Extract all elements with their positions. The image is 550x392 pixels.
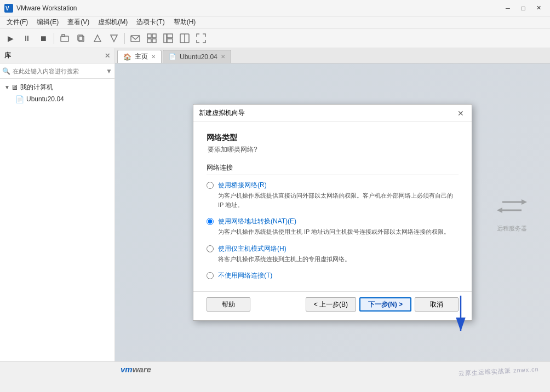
menu-bar: 文件(F) 编辑(E) 查看(V) 虚拟机(M) 选项卡(T) 帮助(H)	[0, 16, 550, 28]
ubuntu-tab-close[interactable]: ✕	[221, 54, 225, 60]
svg-marker-7	[111, 35, 117, 42]
main-layout: 库 ✕ 🔍 ▼ ▼ 🖥 我的计算机 📄 Ubuntu20.04 🏠	[0, 48, 550, 361]
help-button[interactable]: 帮助	[207, 297, 250, 312]
svg-rect-15	[167, 39, 173, 43]
prev-button[interactable]: < 上一步(B)	[306, 297, 356, 312]
radio-bridge[interactable]	[207, 182, 214, 189]
radio-option-nat: 使用网络地址转换(NAT)(E) 为客户机操作系统提供使用主机 IP 地址访问主…	[207, 217, 459, 237]
computer-icon: 🖥	[11, 83, 18, 91]
svg-rect-10	[152, 34, 156, 38]
hostonly-text: 使用仅主机模式网络(H) 将客户机操作系统连接到主机上的专用虚拟网络。	[218, 244, 351, 264]
menu-edit[interactable]: 编辑(E)	[32, 16, 63, 28]
toolbar-stop[interactable]: ⏹	[36, 31, 50, 45]
sidebar-header: 库 ✕	[0, 48, 114, 64]
toolbar-sep2	[124, 33, 125, 44]
ubuntu-tab-label: Ubuntu20.04	[180, 53, 217, 61]
title-bar: V VMware Workstation ─ □ ✕	[0, 0, 550, 16]
app-icon: V	[4, 4, 13, 13]
vmware-logo-area: vmware	[121, 365, 151, 374]
content-area: 远程服务器 新建虚拟机向导 ✕ 网络类型 要添加哪类网络? 网络连接	[115, 64, 550, 361]
dialog-title-bar: 新建虚拟机向导 ✕	[193, 105, 472, 122]
my-computer-label: 我的计算机	[20, 83, 53, 92]
dialog-footer: 帮助 < 上一步(B) 下一步(N) > 取消	[193, 291, 472, 320]
minimize-button[interactable]: ─	[501, 3, 515, 14]
svg-rect-9	[147, 34, 151, 38]
search-dropdown-icon[interactable]: ▼	[106, 67, 112, 75]
vm-icon: 📄	[15, 95, 24, 103]
sidebar-item-ubuntu[interactable]: 📄 Ubuntu20.04	[0, 93, 114, 105]
sidebar: 库 ✕ 🔍 ▼ ▼ 🖥 我的计算机 📄 Ubuntu20.04	[0, 48, 115, 361]
sidebar-tree: ▼ 🖥 我的计算机 📄 Ubuntu20.04	[0, 79, 114, 361]
close-button[interactable]: ✕	[531, 3, 546, 14]
toolbar-send[interactable]	[128, 31, 142, 45]
menu-vm[interactable]: 虚拟机(M)	[94, 16, 132, 28]
radio-nat[interactable]	[207, 218, 214, 225]
vm-brand-text: vmware	[121, 365, 151, 374]
tab-ubuntu[interactable]: 📄 Ubuntu20.04 ✕	[163, 50, 231, 63]
home-tab-close[interactable]: ✕	[151, 54, 156, 60]
ubuntu-tab-icon: 📄	[169, 53, 176, 60]
menu-file[interactable]: 文件(F)	[2, 16, 32, 28]
toolbar-down[interactable]	[107, 31, 121, 45]
sidebar-close-btn[interactable]: ✕	[105, 52, 110, 60]
radio-none[interactable]	[207, 272, 214, 279]
tab-home[interactable]: 🏠 主页 ✕	[117, 50, 162, 63]
toolbar-grid1[interactable]	[145, 31, 159, 45]
svg-rect-12	[152, 39, 156, 43]
toolbar-revert[interactable]	[58, 31, 72, 45]
none-main: 不使用网络连接(T)	[218, 271, 272, 280]
nat-label[interactable]: 使用网络地址转换(NAT)(E) 为客户机操作系统提供使用主机 IP 地址访问主…	[207, 217, 459, 237]
menu-view[interactable]: 查看(V)	[63, 16, 94, 28]
home-icon: 🏠	[123, 53, 131, 61]
status-bar: vmware 云原生运维实战派 znwx.cn	[0, 361, 550, 377]
expand-icon: ▼	[4, 84, 11, 90]
menu-tabs[interactable]: 选项卡(T)	[132, 16, 169, 28]
svg-rect-11	[147, 39, 151, 43]
dialog-section-title: 网络类型	[207, 133, 459, 143]
menu-help[interactable]: 帮助(H)	[169, 16, 200, 28]
toolbar-play[interactable]: ▶	[3, 31, 18, 45]
dialog-overlay: 新建虚拟机向导 ✕ 网络类型 要添加哪类网络? 网络连接	[115, 64, 550, 361]
toolbar: ▶ ⏸ ⏹	[0, 28, 550, 48]
search-input[interactable]	[13, 68, 104, 74]
radio-hostonly[interactable]	[207, 245, 214, 252]
dialog-close-button[interactable]: ✕	[455, 108, 466, 119]
new-vm-dialog: 新建虚拟机向导 ✕ 网络类型 要添加哪类网络? 网络连接	[193, 104, 472, 321]
toolbar-fullscreen[interactable]	[194, 31, 208, 45]
toolbar-grid3[interactable]	[177, 31, 192, 45]
bridge-label[interactable]: 使用桥接网络(R) 为客户机操作系统提供直接访问外部以太网络的权限。客户机在外部…	[207, 181, 459, 209]
svg-text:V: V	[5, 5, 9, 11]
toolbar-sep1	[54, 33, 54, 44]
right-area: 🏠 主页 ✕ 📄 Ubuntu20.04 ✕	[115, 48, 550, 361]
none-text: 不使用网络连接(T)	[218, 271, 272, 280]
dialog-section-subtitle: 要添加哪类网络?	[207, 145, 459, 154]
sidebar-title: 库	[4, 51, 11, 60]
home-tab-label: 主页	[135, 52, 148, 61]
window-controls: ─ □ ✕	[501, 3, 546, 14]
bridge-desc: 为客户机操作系统提供直接访问外部以太网络的权限。客户机在外部网络上必须有自己的 …	[218, 191, 459, 209]
svg-rect-14	[167, 34, 173, 38]
cancel-button[interactable]: 取消	[415, 297, 459, 312]
hostonly-desc: 将客户机操作系统连接到主机上的专用虚拟网络。	[218, 255, 351, 264]
tab-bar: 🏠 主页 ✕ 📄 Ubuntu20.04 ✕	[115, 48, 550, 64]
nat-text: 使用网络地址转换(NAT)(E) 为客户机操作系统提供使用主机 IP 地址访问主…	[218, 217, 450, 237]
next-button[interactable]: 下一步(N) >	[359, 297, 411, 312]
hostonly-label[interactable]: 使用仅主机模式网络(H) 将客户机操作系统连接到主机上的专用虚拟网络。	[207, 244, 459, 264]
title-bar-text: VMware Workstation	[16, 4, 501, 12]
maximize-button[interactable]: □	[516, 3, 530, 14]
toolbar-grid2[interactable]	[161, 31, 175, 45]
svg-marker-6	[94, 35, 101, 42]
svg-rect-13	[164, 34, 167, 43]
toolbar-pause[interactable]: ⏸	[20, 31, 34, 45]
toolbar-up[interactable]	[90, 31, 105, 45]
none-label[interactable]: 不使用网络连接(T)	[207, 271, 459, 280]
sidebar-search-bar: 🔍 ▼	[0, 64, 114, 79]
sidebar-item-mycomputer[interactable]: ▼ 🖥 我的计算机	[0, 81, 114, 93]
search-icon: 🔍	[2, 67, 10, 75]
bridge-text: 使用桥接网络(R) 为客户机操作系统提供直接访问外部以太网络的权限。客户机在外部…	[218, 181, 459, 209]
bridge-main: 使用桥接网络(R)	[218, 181, 459, 190]
toolbar-copy[interactable]	[74, 31, 88, 45]
ubuntu-vm-label: Ubuntu20.04	[26, 95, 64, 103]
radio-option-bridge: 使用桥接网络(R) 为客户机操作系统提供直接访问外部以太网络的权限。客户机在外部…	[207, 181, 459, 209]
nat-main: 使用网络地址转换(NAT)(E)	[218, 217, 450, 226]
